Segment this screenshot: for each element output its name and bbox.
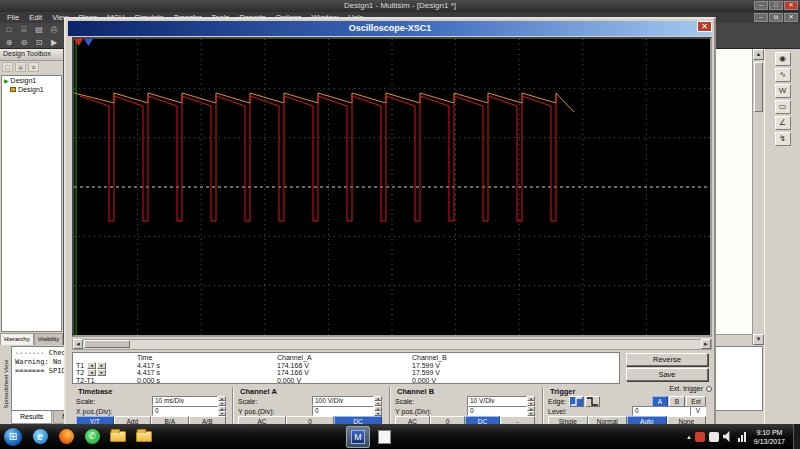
firefox-button[interactable] bbox=[54, 426, 78, 448]
readout-col-channel-a: Channel_A bbox=[271, 354, 406, 362]
tab-hierarchy[interactable]: Hierarchy bbox=[0, 333, 34, 345]
folder-icon bbox=[136, 431, 152, 442]
wattmeter-icon[interactable]: W bbox=[775, 84, 791, 98]
oscilloscope-titlebar[interactable]: Oscilloscope-XSC1 bbox=[68, 21, 712, 36]
trigger-source-b[interactable]: B bbox=[669, 396, 685, 407]
app-title: Design1 - Multisim - [Design1 *] bbox=[344, 1, 456, 10]
scope-horizontal-scrollbar[interactable]: ◄ ► bbox=[72, 339, 712, 350]
trigger-level-unit[interactable]: V bbox=[690, 406, 706, 416]
spreadsheet-side-tab[interactable]: Spreadsheet View bbox=[0, 345, 11, 424]
t2-time: 4.417 s bbox=[131, 369, 271, 377]
tab-visibility[interactable]: Visibility bbox=[34, 333, 63, 345]
t2-channel-a: 174.166 V bbox=[271, 369, 406, 377]
scope-scroll-right-icon[interactable]: ► bbox=[701, 339, 711, 349]
oscilloscope-close-icon[interactable]: ✕ bbox=[697, 21, 712, 32]
save-icon[interactable]: ▤ bbox=[32, 24, 46, 35]
save-button[interactable]: Save bbox=[626, 368, 708, 381]
menu-item-file[interactable]: File bbox=[3, 12, 23, 23]
menu-item-edit[interactable]: Edit bbox=[25, 12, 46, 23]
channel-b-ypos-spinner[interactable]: ▴▾ bbox=[527, 406, 535, 416]
minimize-icon[interactable]: – bbox=[754, 1, 768, 10]
instruments-toolbar-icons: ◉∿W▭∠↯ bbox=[765, 49, 800, 146]
channel-b-scale-label: Scale: bbox=[395, 398, 414, 405]
scroll-up-icon[interactable]: ▲ bbox=[753, 49, 764, 60]
trigger-source-a[interactable]: A bbox=[652, 396, 668, 407]
tray-chevron-up-icon[interactable]: ▴ bbox=[687, 433, 691, 441]
t2-left-arrow-icon[interactable]: ◄ bbox=[87, 369, 96, 376]
channel-a-ypos-input[interactable]: 0 bbox=[312, 406, 374, 416]
folder-button[interactable] bbox=[106, 426, 130, 448]
whatsapp-button[interactable]: ✆ bbox=[80, 426, 104, 448]
function-generator-icon[interactable]: ∿ bbox=[775, 68, 791, 82]
oscilloscope-icon[interactable]: ▭ bbox=[775, 100, 791, 114]
open-folder-icon[interactable]: ⌸ bbox=[15, 62, 26, 72]
timebase-scale-input[interactable]: 10 ms/Div bbox=[152, 396, 218, 406]
tree-item-design1-root[interactable]: ▶ Design1 bbox=[2, 76, 61, 85]
t2-right-arrow-icon[interactable]: ► bbox=[97, 369, 106, 376]
zoom-in-icon[interactable]: ⊕ bbox=[2, 37, 16, 48]
show-desktop-button[interactable] bbox=[793, 424, 800, 449]
channel-b-scale-spinner[interactable]: ▴▾ bbox=[527, 396, 535, 406]
mdi-minimize-icon[interactable]: – bbox=[754, 13, 768, 22]
workspace-vertical-scrollbar[interactable]: ▲ ▼ bbox=[752, 49, 764, 345]
taskbar: ⊞ e ✆ M ▴ 9:10 PM 9/13/2017 bbox=[0, 424, 800, 449]
cursor-readout: Time Channel_A Channel_B T1 ◄► 4.417 s 1… bbox=[72, 352, 620, 384]
print-icon[interactable]: ⎙ bbox=[47, 24, 61, 35]
t1-channel-a: 174.166 V bbox=[271, 362, 406, 370]
document-icon bbox=[378, 430, 391, 444]
t1-right-arrow-icon[interactable]: ► bbox=[97, 362, 106, 369]
readout-col-channel-b: Channel_B bbox=[406, 354, 619, 362]
mdi-close-icon[interactable]: ✕ bbox=[784, 13, 798, 22]
new-document-icon[interactable]: □ bbox=[2, 62, 13, 72]
channel-b-scale-input[interactable]: 10 V/Div bbox=[467, 396, 527, 406]
tray-app-icon[interactable] bbox=[709, 432, 719, 442]
document-taskbar-button[interactable] bbox=[372, 426, 396, 448]
maximize-icon[interactable]: □ bbox=[769, 1, 783, 10]
trigger-level-input[interactable]: 0 bbox=[632, 406, 690, 416]
zoom-out-icon[interactable]: ⊖ bbox=[17, 37, 31, 48]
scroll-thumb[interactable] bbox=[754, 62, 763, 112]
channel-a-ypos-spinner[interactable]: ▴▾ bbox=[374, 406, 382, 416]
channel-a-scale-input[interactable]: 100 V/Div bbox=[312, 396, 374, 406]
channel-a-scale-spinner[interactable]: ▴▾ bbox=[374, 396, 382, 406]
new-file-icon[interactable]: □ bbox=[2, 24, 16, 35]
clock[interactable]: 9:10 PM 9/13/2017 bbox=[750, 428, 789, 446]
t1-left-arrow-icon[interactable]: ◄ bbox=[87, 362, 96, 369]
t1-time: 4.417 s bbox=[131, 362, 271, 370]
layers-icon[interactable]: ≡ bbox=[28, 62, 39, 72]
network-icon[interactable] bbox=[738, 432, 746, 442]
bode-plotter-icon[interactable]: ∠ bbox=[775, 116, 791, 130]
timebase-scale-spinner[interactable]: ▴▾ bbox=[218, 396, 226, 406]
multisim-taskbar-button[interactable]: M bbox=[346, 426, 370, 448]
probe-icon[interactable]: ↯ bbox=[775, 132, 791, 146]
run-icon[interactable]: ▶ bbox=[47, 37, 61, 48]
clock-date: 9/13/2017 bbox=[754, 437, 785, 446]
trigger-source-ext[interactable]: Ext bbox=[686, 396, 706, 407]
scope-scroll-thumb[interactable] bbox=[84, 340, 130, 348]
zoom-fit-icon[interactable]: ⊡ bbox=[32, 37, 46, 48]
tab-results[interactable]: Results bbox=[11, 411, 52, 424]
scope-scroll-left-icon[interactable]: ◄ bbox=[73, 339, 83, 349]
design-toolbox-tabs: Hierarchy Visibility bbox=[0, 333, 63, 345]
mdi-restore-icon[interactable]: ⧉ bbox=[769, 13, 783, 22]
channel-b-ypos-input[interactable]: 0 bbox=[467, 406, 527, 416]
tree-item-design1-sheet[interactable]: Design1 bbox=[2, 85, 61, 94]
volume-icon[interactable] bbox=[723, 431, 734, 442]
timebase-xpos-input[interactable]: 0 bbox=[152, 406, 218, 416]
scroll-down-icon[interactable]: ▼ bbox=[753, 334, 764, 345]
multimeter-icon[interactable]: ◉ bbox=[775, 52, 791, 66]
rising-edge-icon[interactable] bbox=[569, 396, 584, 407]
falling-edge-icon[interactable] bbox=[585, 396, 600, 407]
start-button[interactable]: ⊞ bbox=[0, 424, 26, 449]
file-explorer-button[interactable] bbox=[132, 426, 156, 448]
channel-a-scale-label: Scale: bbox=[238, 398, 257, 405]
firefox-icon bbox=[59, 429, 74, 444]
close-icon[interactable]: ✕ bbox=[784, 1, 798, 10]
open-file-icon[interactable]: ⌸ bbox=[17, 24, 31, 35]
internet-explorer-button[interactable]: e bbox=[28, 426, 52, 448]
dt-channel-a: 0.000 V bbox=[271, 377, 406, 385]
t1-channel-b: 17.599 V bbox=[406, 362, 619, 370]
reverse-button[interactable]: Reverse bbox=[626, 353, 708, 366]
tray-notification-icon[interactable] bbox=[695, 432, 705, 442]
timebase-xpos-spinner[interactable]: ▴▾ bbox=[218, 406, 226, 416]
